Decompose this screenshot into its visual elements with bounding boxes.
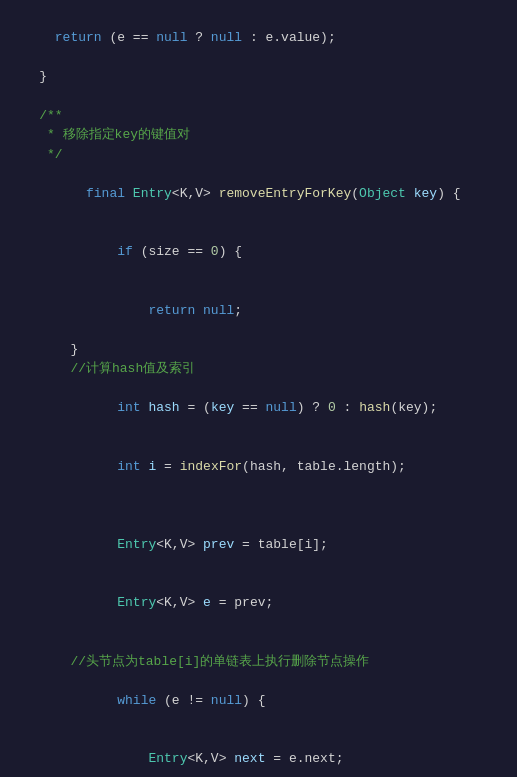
code-line — [0, 496, 517, 516]
code-line: return (e == null ? null : e.value); — [0, 8, 517, 67]
code-line: //头节点为table[i]的单链表上执行删除节点操作 — [0, 652, 517, 672]
code-line: } — [0, 67, 517, 87]
code-line: /** — [0, 106, 517, 126]
code-line: } — [0, 340, 517, 360]
code-line: if (size == 0) { — [0, 223, 517, 282]
code-line: Entry<K,V> next = e.next; — [0, 730, 517, 778]
code-line: * 移除指定key的键值对 — [0, 125, 517, 145]
code-line: Entry<K,V> prev = table[i]; — [0, 515, 517, 574]
code-line: int hash = (key == null) ? 0 : hash(key)… — [0, 379, 517, 438]
code-line: final Entry<K,V> removeEntryForKey(Objec… — [0, 164, 517, 223]
code-viewer: return (e == null ? null : e.value); } /… — [0, 0, 517, 777]
code-line: */ — [0, 145, 517, 165]
code-line: int i = indexFor(hash, table.length); — [0, 437, 517, 496]
code-line — [0, 632, 517, 652]
code-line: Entry<K,V> e = prev; — [0, 574, 517, 633]
code-line: //计算hash值及索引 — [0, 359, 517, 379]
code-line: return null; — [0, 281, 517, 340]
code-line: while (e != null) { — [0, 671, 517, 730]
keyword-token: return — [55, 30, 102, 45]
code-line — [0, 86, 517, 106]
